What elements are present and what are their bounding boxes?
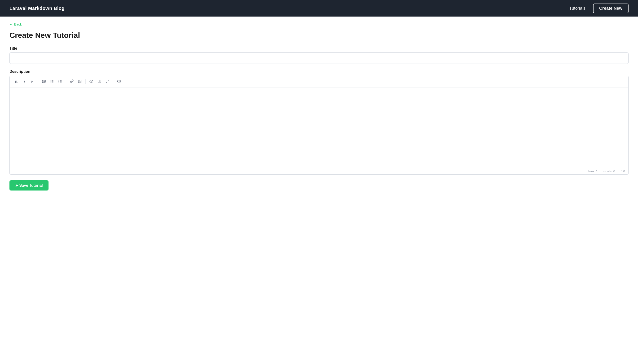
lines-stat: lines: 1: [588, 170, 598, 173]
tutorials-nav-link[interactable]: Tutorials: [569, 6, 585, 11]
back-link[interactable]: ← Back: [10, 22, 22, 26]
toolbar-divider-3: [85, 79, 86, 84]
toolbar-divider-1: [38, 79, 38, 84]
create-new-button[interactable]: Create New: [593, 4, 628, 13]
blockquote-icon: [42, 80, 46, 84]
side-by-side-button[interactable]: [96, 78, 103, 85]
svg-point-13: [79, 80, 80, 81]
unordered-list-button[interactable]: [48, 78, 56, 85]
position-stat: 0:0: [621, 170, 625, 173]
eye-icon: [89, 80, 93, 84]
svg-rect-15: [98, 80, 99, 83]
editor-toolbar: B I H: [10, 76, 628, 88]
main-content: ← Back Create New Tutorial Title Descrip…: [0, 16, 638, 200]
title-input[interactable]: [10, 52, 628, 64]
save-tutorial-button[interactable]: ➤ Save Tutorial: [10, 180, 49, 190]
blockquote-button[interactable]: [40, 78, 48, 85]
svg-rect-16: [100, 80, 101, 83]
heading-icon: H: [31, 80, 33, 84]
svg-point-4: [51, 81, 51, 82]
help-button[interactable]: [115, 78, 123, 85]
toolbar-divider-4: [113, 79, 113, 84]
preview-button[interactable]: [88, 78, 95, 85]
svg-point-3: [51, 80, 51, 80]
editor-footer: lines: 1 words: 0 0:0: [10, 168, 628, 174]
ordered-list-button[interactable]: 1 2 3: [56, 78, 64, 85]
link-button[interactable]: [68, 78, 76, 85]
svg-line-17: [108, 80, 109, 81]
italic-icon: I: [24, 80, 25, 84]
bold-icon: B: [15, 80, 18, 84]
italic-button[interactable]: I: [21, 78, 28, 85]
heading-button[interactable]: H: [29, 78, 36, 85]
navbar: Laravel Markdown Blog Tutorials Create N…: [0, 0, 638, 16]
app-brand: Laravel Markdown Blog: [10, 6, 65, 11]
image-button[interactable]: [76, 78, 84, 85]
editor-container: B I H: [10, 76, 628, 175]
page-title: Create New Tutorial: [10, 31, 628, 40]
image-icon: [78, 80, 82, 84]
svg-point-5: [51, 82, 51, 82]
link-icon: [70, 80, 74, 84]
description-label: Description: [10, 70, 628, 74]
unordered-list-icon: [50, 80, 54, 84]
svg-text:3: 3: [59, 82, 59, 83]
fullscreen-icon: [106, 80, 109, 84]
svg-line-18: [106, 82, 107, 83]
toolbar-divider-2: [66, 79, 66, 84]
navbar-right: Tutorials Create New: [569, 4, 628, 13]
title-label: Title: [10, 46, 628, 50]
words-stat: words: 0: [603, 170, 615, 173]
fullscreen-button[interactable]: [104, 78, 111, 85]
help-icon: [117, 80, 121, 84]
editor-body[interactable]: [10, 88, 628, 168]
svg-point-14: [91, 81, 92, 82]
columns-icon: [98, 80, 101, 84]
bold-button[interactable]: B: [13, 78, 20, 85]
ordered-list-icon: 1 2 3: [58, 80, 62, 84]
